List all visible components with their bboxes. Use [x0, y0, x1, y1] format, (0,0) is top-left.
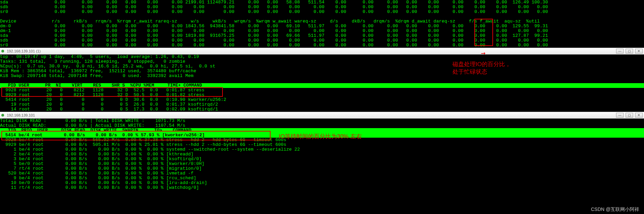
status-dot-icon	[1, 114, 4, 117]
csdn-watermark: CSDN @互联网小阿祥	[591, 207, 639, 213]
iotop-rows: 9928 be/4 root 0.00 B/s 565.92 M/s 0.00 …	[0, 138, 644, 190]
window-titlebar-1: 192.168.139.101 (1) — ▢ ✕	[0, 48, 644, 55]
top-line-1: top - 08:19:47 up 1 day, 4:49, 5 users, …	[0, 55, 644, 59]
close-button[interactable]: ✕	[635, 113, 643, 118]
window-title-1: 192.168.139.101 (1)	[7, 49, 41, 53]
top-line-4: KiB Mem : 3863564 total, 136972 free, 15…	[0, 69, 644, 74]
iotop-line-1: Total DISK READ : 0.00 B/s | Total DISK …	[0, 119, 644, 123]
iostat-rows-2: dm-0 0.00 0.00 0.00 0.00 0.00 0.00 1843.…	[0, 24, 644, 48]
iostat-rows-1: sda 0.00 0.00 0.00 0.00 0.00 0.00 2199.0…	[0, 0, 644, 14]
minimize-button[interactable]: —	[616, 49, 624, 54]
top-blank	[0, 78, 644, 83]
maximize-button[interactable]: ▢	[626, 49, 633, 54]
minimize-button[interactable]: —	[616, 113, 624, 118]
status-dot-icon	[1, 50, 4, 52]
iotop-selected-row: 5414 be/4 root 0.00 B/s 0.00 B/s 0.00 % …	[0, 133, 644, 138]
top-line-2: Tasks: 131 total, 3 running, 128 sleepin…	[0, 59, 644, 64]
top-header: PID USER PR NI VIRT RES SHR S %CPU %MEM …	[0, 83, 644, 88]
window-title-2: 192.168.139.101	[7, 113, 35, 117]
top-rows: 9928 root 20 0 8212 1128 32 D 52.5 0.0 0…	[0, 88, 644, 112]
maximize-button[interactable]: ▢	[626, 113, 633, 118]
iotop-header: TID PRIO USER DISK READ DISK WRITE SWAPI…	[0, 128, 644, 133]
window-titlebar-2: 192.168.139.101 — ▢ ✕	[0, 112, 644, 119]
iostat-blank	[0, 14, 644, 19]
close-button[interactable]: ✕	[635, 49, 643, 54]
top-line-3: %Cpu(s): 0.7 us, 30.0 sy, 0.0 ni, 16.6 i…	[0, 64, 644, 69]
top-line-5: KiB Swap: 2097148 total, 2097148 free, 0…	[0, 74, 644, 78]
iotop-line-2: Actual DISK READ: 0.00 B/s | Actual DISK…	[0, 123, 644, 128]
iostat-header: Device r/s rkB/s rrqm/s %rrqm r_await ra…	[0, 19, 644, 24]
